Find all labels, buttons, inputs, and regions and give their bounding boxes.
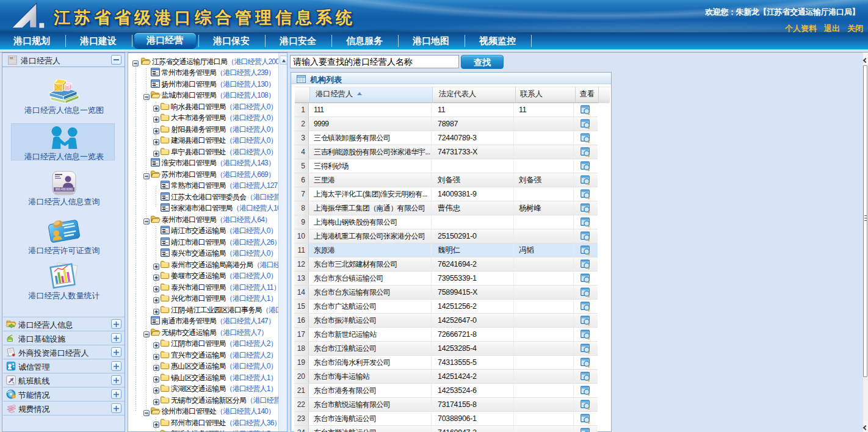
svg-text:800.430.6080: 800.430.6080 xyxy=(56,188,73,191)
